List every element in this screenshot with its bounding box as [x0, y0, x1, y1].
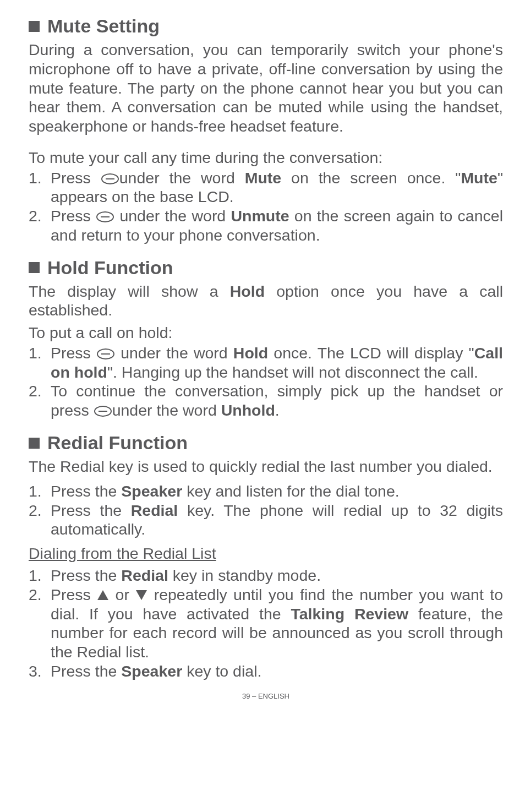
arrow-down-icon [135, 590, 147, 601]
manual-page: Mute Setting During a conversation, you … [0, 0, 525, 711]
list-item: 2. Press under the word Unmute on the sc… [29, 206, 503, 245]
softkey-icon [94, 405, 112, 417]
list-item: 1. Press under the word Mute on the scre… [29, 168, 503, 207]
page-footer: 39 – ENGLISH [29, 692, 503, 700]
list-item: 2. Press or repeatedly until you find th… [29, 585, 503, 662]
step-text: To continue the conversation, simply pic… [51, 382, 503, 420]
softkey-icon [101, 173, 119, 185]
step-number: 2. [29, 585, 51, 662]
arrow-up-icon [97, 590, 109, 601]
softkey-icon [96, 348, 115, 360]
redial-list-steps: 1. Press the Redial key in standby mode.… [29, 566, 503, 681]
redial-steps: 1. Press the Speaker key and listen for … [29, 482, 503, 539]
step-text: Press or repeatedly until you find the n… [51, 585, 503, 662]
step-number: 1. [29, 566, 51, 585]
step-text: Press under the word Mute on the screen … [51, 168, 503, 207]
step-number: 3. [29, 662, 51, 681]
list-item: 1. Press the Redial key in standby mode. [29, 566, 503, 585]
heading-mute-setting: Mute Setting [29, 15, 503, 37]
section-bullet-icon [29, 438, 40, 449]
redial-description: The Redial key is used to quickly redial… [29, 457, 503, 476]
step-number: 1. [29, 168, 51, 207]
heading-redial-function: Redial Function [29, 432, 503, 454]
list-item: 1. Press under the word Hold once. The L… [29, 344, 503, 382]
softkey-icon [96, 211, 114, 223]
list-item: 2. Press the Redial key. The phone will … [29, 501, 503, 539]
heading-text: Mute Setting [47, 15, 160, 37]
step-text: Press the Speaker key and listen for the… [51, 482, 503, 501]
step-text: Press the Speaker key to dial. [51, 662, 503, 681]
hold-description: The display will show a Hold option once… [29, 282, 503, 320]
heading-hold-function: Hold Function [29, 257, 503, 279]
mute-description: During a conversation, you can temporari… [29, 40, 503, 136]
hold-lead: To put a call on hold: [29, 323, 503, 342]
hold-steps: 1. Press under the word Hold once. The L… [29, 344, 503, 420]
heading-text: Redial Function [47, 432, 188, 454]
mute-steps: 1. Press under the word Mute on the scre… [29, 168, 503, 245]
subheading-redial-list: Dialing from the Redial List [29, 544, 503, 563]
step-number: 1. [29, 482, 51, 501]
heading-text: Hold Function [47, 257, 173, 279]
list-item: 1. Press the Speaker key and listen for … [29, 482, 503, 501]
list-item: 2. To continue the conversation, simply … [29, 382, 503, 420]
step-text: Press the Redial key. The phone will red… [51, 501, 503, 539]
step-text: Press under the word Hold once. The LCD … [51, 344, 503, 382]
step-number: 2. [29, 206, 51, 245]
section-bullet-icon [29, 262, 40, 273]
step-number: 1. [29, 344, 51, 382]
step-text: Press under the word Unmute on the scree… [51, 206, 503, 245]
step-number: 2. [29, 382, 51, 420]
mute-lead: To mute your call any time during the co… [29, 148, 503, 167]
list-item: 3. Press the Speaker key to dial. [29, 662, 503, 681]
section-bullet-icon [29, 21, 40, 32]
step-number: 2. [29, 501, 51, 539]
step-text: Press the Redial key in standby mode. [51, 566, 503, 585]
